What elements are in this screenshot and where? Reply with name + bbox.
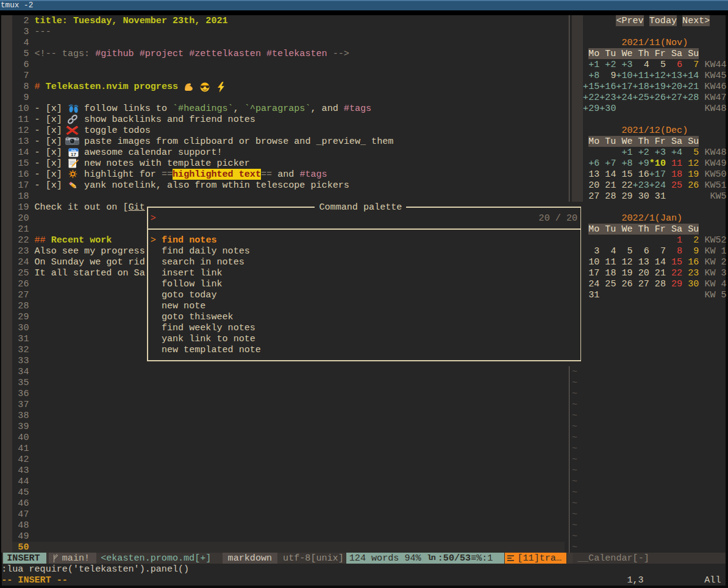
svg-text:17: 17 bbox=[71, 151, 76, 157]
